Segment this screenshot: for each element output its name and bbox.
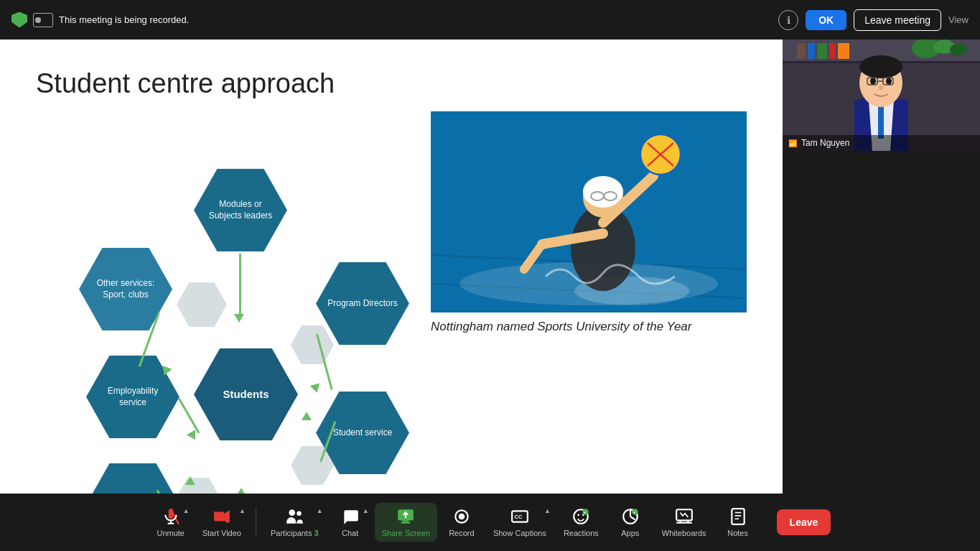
svg-text:+: + <box>584 510 586 514</box>
notes-button[interactable]: Notes <box>717 503 760 542</box>
arrow-6-head <box>185 476 195 485</box>
captions-label: Show Captions <box>493 529 546 537</box>
view-button[interactable]: View <box>948 14 969 25</box>
whiteboards-label: Whiteboards <box>662 529 706 537</box>
svg-rect-22 <box>817 43 827 59</box>
svg-rect-23 <box>829 43 836 59</box>
hex-program: Program Directors <box>316 262 409 345</box>
chat-chevron[interactable]: ▲ <box>363 507 369 514</box>
hex-program-label: Program Directors <box>327 298 397 310</box>
svg-point-31 <box>870 78 876 85</box>
captions-button[interactable]: ▲ CC Show Captions <box>486 503 554 542</box>
leave-meeting-button[interactable]: Leave meeting <box>854 9 941 31</box>
svg-text:CC: CC <box>514 514 522 520</box>
ok-button[interactable]: OK <box>806 10 846 30</box>
whiteboards-button[interactable]: Whiteboards <box>655 503 714 542</box>
captions-chevron[interactable]: ▲ <box>544 507 551 514</box>
reactions-icon: + <box>571 507 590 526</box>
apps-icon: + <box>621 507 640 526</box>
main-area: Student centre approach Other services:S… <box>0 40 980 494</box>
svg-rect-48 <box>401 522 411 524</box>
chat-icon <box>341 507 360 526</box>
chat-button[interactable]: ▲ Chat <box>329 503 372 542</box>
svg-point-45 <box>297 511 302 516</box>
svg-rect-20 <box>797 43 806 59</box>
notes-label: Notes <box>727 529 748 537</box>
apps-button[interactable]: + Apps <box>609 503 652 542</box>
sports-photo-svg <box>431 111 747 312</box>
hex-other-services: Other services:Sport, clubs <box>79 248 172 330</box>
hex-partial-4 <box>177 478 220 494</box>
top-bar-right: ℹ OK Leave meeting View <box>778 9 969 31</box>
arrow-7-head <box>236 488 246 494</box>
svg-rect-66 <box>732 509 744 524</box>
hex-other-services-label: Other services:Sport, clubs <box>97 278 155 300</box>
arrow-5-head <box>302 412 312 420</box>
svg-point-32 <box>886 78 892 85</box>
participant-name: Tam Nguyen <box>801 138 849 148</box>
sports-caption: Nottingham named Sports University of th… <box>431 320 747 334</box>
recording-text: This meeting is being recorded. <box>59 14 189 25</box>
start-video-button[interactable]: ▲ Start Video <box>195 503 248 542</box>
hex-modules-label: Modules or Subjects leaders <box>202 199 279 221</box>
participant-name-bar: 📶 Tam Nguyen <box>783 135 980 151</box>
record-icon <box>452 507 471 526</box>
share-screen-icon <box>396 507 415 526</box>
divider-1 <box>256 508 256 537</box>
reactions-label: Reactions <box>564 529 599 537</box>
hex-library: Library <box>86 463 179 494</box>
svg-rect-21 <box>808 43 815 59</box>
record-label: Record <box>449 529 474 537</box>
participant-video: 📶 Tam Nguyen <box>783 40 980 151</box>
hex-modules: Modules or Subjects leaders <box>194 169 287 251</box>
signal-icon: 📶 <box>788 139 797 147</box>
share-screen-label: Share Screen <box>382 529 430 537</box>
svg-point-30 <box>859 55 902 78</box>
participant-panel: 📶 Tam Nguyen <box>783 40 980 494</box>
info-button[interactable]: ℹ <box>778 10 798 30</box>
svg-rect-24 <box>838 43 849 59</box>
share-screen-button[interactable]: Share Screen <box>375 503 437 542</box>
svg-rect-28 <box>878 103 884 139</box>
unmute-icon <box>162 507 180 526</box>
toolbar: ▲ Unmute ▲ Start Video ▲ Participan <box>0 494 980 551</box>
shield-icon <box>11 12 27 28</box>
sports-photo <box>431 111 747 312</box>
sports-photo-container: Nottingham named Sports University of th… <box>431 111 747 334</box>
notes-icon <box>729 507 747 526</box>
record-button[interactable]: Record <box>440 503 483 542</box>
participant-video-svg <box>783 40 980 151</box>
hex-students: Students <box>194 348 298 440</box>
chat-label: Chat <box>342 529 358 537</box>
svg-rect-47 <box>403 520 409 522</box>
unmute-button[interactable]: ▲ Unmute <box>149 503 192 542</box>
svg-point-33 <box>879 85 883 91</box>
participants-chevron[interactable]: ▲ <box>317 507 323 514</box>
leave-button[interactable]: Leave <box>777 509 831 535</box>
slide-container: Student centre approach Other services:S… <box>0 40 783 494</box>
arrow-2-head <box>234 314 244 323</box>
participants-button[interactable]: ▲ Participants 3 <box>263 503 326 542</box>
unmute-chevron[interactable]: ▲ <box>183 507 190 514</box>
slide-title: Student centre approach <box>36 68 747 99</box>
recording-badge: This meeting is being recorded. <box>33 13 189 27</box>
captions-icon: CC <box>510 507 529 526</box>
panel-empty-area <box>783 151 980 494</box>
diagram-area: Other services:Sport, clubs Modules or S… <box>36 119 459 494</box>
svg-point-44 <box>289 509 296 516</box>
arrow-2 <box>239 254 241 318</box>
hex-partial-1 <box>177 282 227 327</box>
participants-icon <box>285 507 304 526</box>
svg-point-51 <box>459 514 465 520</box>
top-bar: This meeting is being recorded. ℹ OK Lea… <box>0 0 980 40</box>
hex-student-service-label: Student service <box>333 427 393 439</box>
hex-students-label: Students <box>223 387 269 402</box>
video-chevron[interactable]: ▲ <box>239 507 246 514</box>
svg-point-27 <box>950 44 967 55</box>
reactions-button[interactable]: + Reactions <box>556 503 606 542</box>
recording-camera-icon <box>33 13 53 27</box>
start-video-label: Start Video <box>202 529 241 537</box>
unmute-label: Unmute <box>157 529 185 537</box>
participants-label: Participants 3 <box>271 529 319 537</box>
svg-text:+: + <box>633 510 635 514</box>
